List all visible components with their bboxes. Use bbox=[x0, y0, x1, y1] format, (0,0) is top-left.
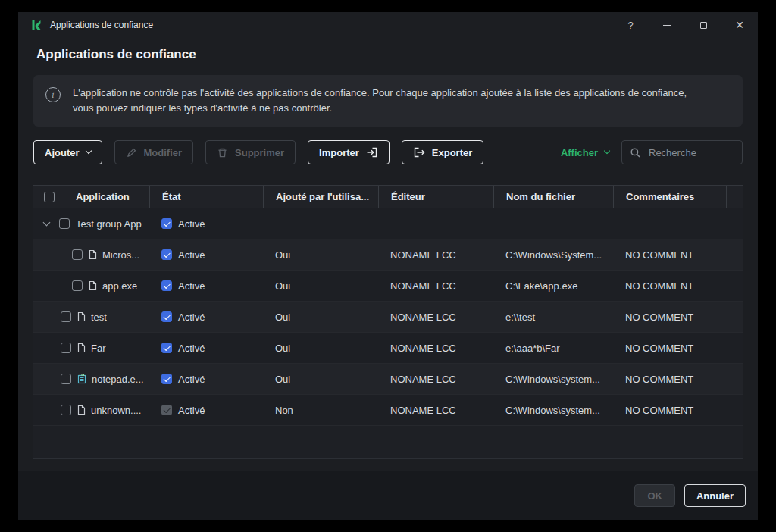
table-row[interactable]: notepad.e... Activé Oui NONAME LCC C:\Wi… bbox=[33, 364, 743, 395]
table-empty-area bbox=[33, 426, 743, 459]
state-cell: Activé bbox=[149, 249, 263, 261]
dialog-footer: OK Annuler bbox=[18, 471, 758, 520]
state-label: Activé bbox=[178, 311, 205, 323]
file-path: C:\Fake\app.exe bbox=[493, 280, 613, 292]
import-icon bbox=[366, 146, 378, 158]
header-spacer bbox=[726, 186, 743, 208]
chevron-down-icon bbox=[604, 148, 610, 154]
publisher: NONAME LCC bbox=[378, 343, 493, 354]
table-row[interactable]: unknown.... Activé Non NONAME LCC C:\Win… bbox=[33, 395, 743, 426]
added-by-user: Non bbox=[263, 405, 378, 416]
info-banner-text: L'application ne contrôle pas l'activité… bbox=[73, 86, 731, 116]
app-name: test bbox=[91, 311, 107, 323]
state-checkbox[interactable] bbox=[161, 343, 172, 353]
publisher: NONAME LCC bbox=[378, 311, 493, 323]
row-select-checkbox[interactable] bbox=[72, 249, 83, 260]
toolbar-right: Afficher bbox=[561, 140, 743, 164]
row-select-checkbox[interactable] bbox=[61, 374, 71, 384]
chevron-down-icon bbox=[85, 148, 91, 154]
state-checkbox[interactable] bbox=[161, 280, 172, 291]
comment: NO COMMENT bbox=[613, 405, 726, 416]
file-icon bbox=[77, 311, 86, 322]
row-select-checkbox[interactable] bbox=[61, 343, 71, 353]
header-comments: Commentaires bbox=[613, 186, 726, 208]
state-checkbox[interactable] bbox=[161, 311, 172, 322]
row-select-checkbox[interactable] bbox=[61, 405, 71, 415]
state-checkbox[interactable] bbox=[161, 218, 172, 229]
row-select-checkbox[interactable] bbox=[61, 311, 71, 322]
header-application-label: Application bbox=[76, 191, 130, 202]
cancel-button[interactable]: Annuler bbox=[684, 484, 746, 507]
row-select-checkbox[interactable] bbox=[72, 280, 83, 291]
table-row[interactable]: app.exe Activé Oui NONAME LCC C:\Fake\ap… bbox=[33, 271, 743, 302]
ok-button[interactable]: OK bbox=[634, 484, 675, 507]
trash-icon bbox=[217, 147, 228, 158]
app-name: Micros... bbox=[102, 249, 139, 261]
state-label: Activé bbox=[178, 218, 205, 230]
publisher: NONAME LCC bbox=[378, 249, 493, 261]
toolbar-left: Ajouter Modifier Supprimer Importer bbox=[33, 140, 483, 164]
delete-button[interactable]: Supprimer bbox=[205, 140, 296, 164]
file-icon bbox=[77, 343, 86, 353]
toolbar: Ajouter Modifier Supprimer Importer bbox=[33, 140, 743, 164]
row-select-checkbox[interactable] bbox=[59, 218, 70, 229]
file-icon bbox=[89, 249, 97, 260]
added-by-user: Oui bbox=[263, 311, 378, 323]
pencil-icon bbox=[126, 147, 137, 158]
comment: NO COMMENT bbox=[613, 280, 726, 292]
publisher: NONAME LCC bbox=[378, 405, 493, 416]
file-path: C:\Windows\System... bbox=[493, 249, 613, 261]
close-button[interactable]: ✕ bbox=[734, 19, 746, 31]
state-cell: Activé bbox=[149, 374, 263, 385]
state-cell: Activé bbox=[149, 343, 263, 354]
minimize-button[interactable] bbox=[661, 19, 673, 31]
delete-button-label: Supprimer bbox=[235, 147, 284, 158]
maximize-button[interactable] bbox=[697, 19, 709, 31]
table-row-group[interactable]: Test group App Activé bbox=[33, 208, 743, 239]
added-by-user: Oui bbox=[263, 249, 378, 261]
select-all-checkbox[interactable] bbox=[44, 192, 55, 202]
add-button-label: Ajouter bbox=[45, 147, 80, 158]
state-checkbox bbox=[161, 405, 172, 415]
file-path: C:\Windows\system... bbox=[493, 405, 613, 416]
export-button-label: Exporter bbox=[432, 147, 472, 158]
state-label: Activé bbox=[178, 249, 205, 261]
chevron-down-icon[interactable] bbox=[43, 218, 51, 226]
state-cell: Activé bbox=[149, 280, 263, 292]
app-name: Far bbox=[91, 343, 106, 354]
import-button[interactable]: Importer bbox=[308, 140, 390, 164]
search-box bbox=[621, 140, 743, 164]
help-button[interactable]: ? bbox=[624, 19, 637, 31]
state-checkbox[interactable] bbox=[161, 249, 172, 260]
state-checkbox[interactable] bbox=[161, 374, 172, 384]
file-path: C:\Windows\system... bbox=[493, 374, 613, 385]
comment: NO COMMENT bbox=[613, 374, 726, 385]
state-label: Activé bbox=[178, 405, 205, 416]
comment: NO COMMENT bbox=[613, 343, 726, 354]
search-icon bbox=[630, 147, 641, 158]
show-filter-label: Afficher bbox=[561, 147, 598, 158]
table-row[interactable]: Micros... Activé Oui NONAME LCC C:\Windo… bbox=[33, 239, 743, 271]
state-cell: Activé bbox=[149, 218, 263, 230]
header-state: État bbox=[149, 186, 263, 208]
edit-button[interactable]: Modifier bbox=[114, 140, 194, 164]
added-by-user: Oui bbox=[263, 374, 378, 385]
export-button[interactable]: Exporter bbox=[402, 140, 483, 164]
maximize-icon bbox=[700, 22, 707, 29]
show-filter-button[interactable]: Afficher bbox=[561, 147, 609, 158]
window-controls: ? ✕ bbox=[624, 19, 746, 31]
trusted-apps-window: Applications de confiance ? ✕ Applicatio… bbox=[18, 12, 758, 520]
window-title: Applications de confiance bbox=[50, 20, 153, 30]
search-input[interactable] bbox=[647, 146, 734, 159]
header-added-by-user: Ajouté par l'utilisa... bbox=[263, 186, 378, 208]
export-icon bbox=[413, 146, 425, 158]
kaspersky-logo bbox=[30, 19, 42, 31]
edit-button-label: Modifier bbox=[144, 147, 183, 158]
trusted-apps-table: Application État Ajouté par l'utilisa...… bbox=[33, 185, 743, 459]
publisher: NONAME LCC bbox=[378, 280, 493, 292]
table-row[interactable]: test Activé Oui NONAME LCC e:\\test NO C… bbox=[33, 302, 743, 333]
table-row[interactable]: Far Activé Oui NONAME LCC e:\aaa*b\Far N… bbox=[33, 333, 743, 364]
file-path: e:\\test bbox=[493, 311, 613, 323]
added-by-user: Oui bbox=[263, 280, 378, 292]
add-button[interactable]: Ajouter bbox=[33, 140, 102, 164]
